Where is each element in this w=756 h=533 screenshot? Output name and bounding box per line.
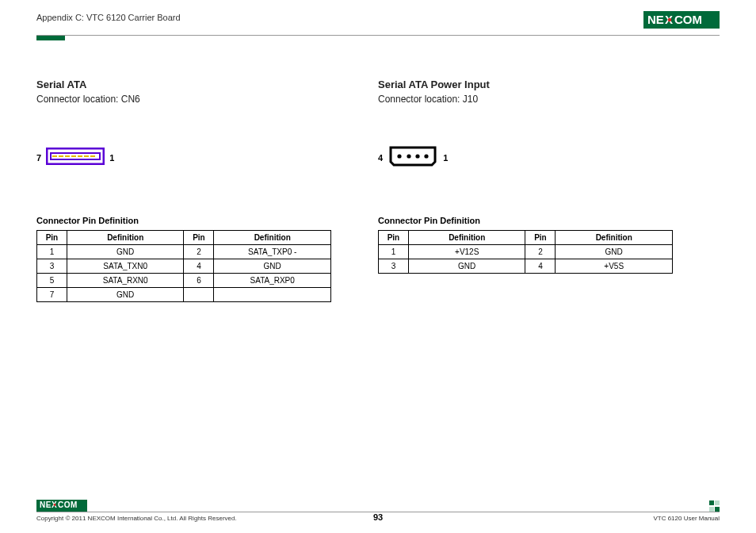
page-number: 93 (373, 512, 383, 522)
table-header-row: Pin Definition Pin Definition (37, 231, 331, 245)
content: Serial ATA Connector location: CN6 7 (36, 79, 720, 302)
connector-location: Connector location: CN6 (36, 94, 356, 105)
cell-def (214, 288, 331, 302)
footer-squares-icon (709, 500, 720, 505)
cell-pin: 4 (184, 259, 214, 274)
pin-label-left: 4 (378, 153, 383, 163)
cell-def: GND (67, 245, 184, 259)
cell-def: GND (556, 245, 673, 259)
section-serial-ata: Serial ATA Connector location: CN6 7 (36, 79, 378, 302)
cell-pin: 2 (525, 245, 556, 259)
svg-rect-9 (71, 155, 76, 157)
col-header-def: Definition (408, 231, 525, 245)
nexcom-logo-small-icon: NE X COM (40, 500, 84, 509)
table-header-row: Pin Definition Pin Definition (379, 231, 673, 245)
green-tab (36, 36, 65, 40)
table-row: 1 +V12S 2 GND (379, 245, 673, 259)
pin-label-right: 1 (109, 153, 114, 163)
footer-logo: NE X COM (36, 500, 87, 512)
svg-rect-8 (65, 155, 70, 157)
svg-point-19 (54, 504, 56, 506)
connector-diagram-row: 4 1 (378, 146, 720, 170)
connector-diagram-row: 7 1 (36, 146, 356, 170)
col-header-pin: Pin (525, 231, 556, 245)
page-header: Appendix C: VTC 6120 Carrier Board NE X … (36, 11, 720, 33)
footer-squares-icon (709, 507, 720, 512)
svg-point-2 (668, 18, 671, 21)
col-header-pin: Pin (184, 231, 214, 245)
svg-point-14 (407, 154, 411, 158)
pin-label-left: 7 (36, 153, 41, 163)
svg-point-15 (416, 154, 420, 158)
table-title: Connector Pin Definition (36, 216, 356, 225)
brand-logo: NE X COM (643, 11, 720, 29)
table-title: Connector Pin Definition (378, 216, 720, 225)
section-title: Serial ATA (36, 79, 356, 90)
cell-def: GND (67, 288, 184, 302)
sata-connector-icon (46, 148, 105, 168)
svg-text:COM: COM (58, 500, 78, 509)
header-rule (36, 35, 720, 36)
cell-def: +V5S (556, 259, 673, 274)
cell-def: GND (214, 259, 331, 274)
section-serial-ata-power: Serial ATA Power Input Connector locatio… (378, 79, 720, 302)
cell-def: GND (408, 259, 525, 274)
cell-def: SATA_TXN0 (67, 259, 184, 274)
pin-definition-table: Pin Definition Pin Definition 1 GND 2 SA… (36, 230, 331, 302)
svg-point-16 (425, 154, 429, 158)
cell-def: SATA_RXN0 (67, 274, 184, 288)
section-title: Serial ATA Power Input (378, 79, 720, 90)
table-row: 7 GND (37, 288, 331, 302)
cell-pin: 6 (184, 274, 214, 288)
power-connector-icon (388, 146, 438, 170)
svg-rect-12 (90, 155, 95, 157)
cell-def: SATA_TXP0 - (214, 245, 331, 259)
svg-rect-11 (84, 155, 89, 157)
cell-pin (184, 288, 214, 302)
cell-pin: 1 (37, 245, 67, 259)
cell-def: SATA_RXP0 (214, 274, 331, 288)
nexcom-logo-icon: NE X COM (647, 13, 716, 26)
cell-def: +V12S (408, 245, 525, 259)
table-row: 3 GND 4 +V5S (379, 259, 673, 274)
table-row: 5 SATA_RXN0 6 SATA_RXP0 (37, 274, 331, 288)
cell-pin: 5 (37, 274, 67, 288)
col-header-def: Definition (214, 231, 331, 245)
col-header-def: Definition (67, 231, 184, 245)
svg-rect-6 (52, 155, 57, 157)
cell-pin: 7 (37, 288, 67, 302)
cell-pin: 4 (525, 259, 556, 274)
col-header-def: Definition (556, 231, 673, 245)
svg-rect-7 (59, 155, 63, 157)
col-header-pin: Pin (37, 231, 67, 245)
connector-location: Connector location: J10 (378, 94, 720, 105)
pin-definition-table: Pin Definition Pin Definition 1 +V12S 2 … (378, 230, 673, 274)
manual-name: VTC 6120 User Manual (653, 515, 720, 522)
svg-point-13 (398, 154, 402, 158)
pin-label-right: 1 (443, 153, 448, 163)
table-row: 3 SATA_TXN0 4 GND (37, 259, 331, 274)
table-row: 1 GND 2 SATA_TXP0 - (37, 245, 331, 259)
cell-pin: 3 (37, 259, 67, 274)
cell-pin: 2 (184, 245, 214, 259)
page-footer: NE X COM Copyright © 2011 NEXCOM Interna… (36, 500, 720, 522)
cell-pin: 3 (379, 259, 409, 274)
svg-rect-10 (78, 155, 82, 157)
svg-text:COM: COM (674, 13, 702, 26)
cell-pin: 1 (379, 245, 409, 259)
col-header-pin: Pin (379, 231, 409, 245)
copyright-text: Copyright © 2011 NEXCOM International Co… (36, 515, 237, 522)
svg-text:NE: NE (40, 500, 52, 509)
appendix-title: Appendix C: VTC 6120 Carrier Board (36, 11, 181, 22)
svg-text:NE: NE (647, 13, 664, 26)
